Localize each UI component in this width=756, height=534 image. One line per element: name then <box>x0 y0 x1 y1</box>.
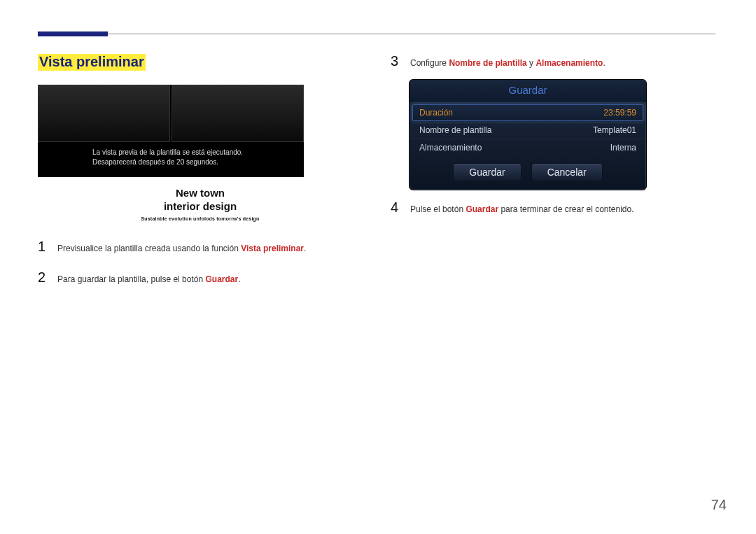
save-dialog: Guardar Duración 23:59:59 Nombre de plan… <box>409 79 647 190</box>
text-fragment: para terminar de crear el contenido. <box>498 204 634 214</box>
step-number: 4 <box>391 200 400 214</box>
dialog-title: Guardar <box>410 80 646 102</box>
preview-thumbnails <box>38 85 304 142</box>
page-number: 74 <box>711 497 727 513</box>
row-value: Template01 <box>593 125 636 135</box>
header-rule <box>38 34 715 34</box>
preview-panel: La vista previa de la plantilla se está … <box>38 85 304 177</box>
step-text: Para guardar la plantilla, pulse el botó… <box>57 273 241 286</box>
step-text: Configure Nombre de plantilla y Almacena… <box>410 57 606 69</box>
dialog-button-row: Guardar Cancelar <box>410 156 646 190</box>
preview-caption: New town interior design Sustainble evol… <box>38 187 363 221</box>
dialog-row-duracion[interactable]: Duración 23:59:59 <box>412 104 643 121</box>
cancel-button[interactable]: Cancelar <box>531 163 603 181</box>
left-column: Vista preliminar La vista previa de la p… <box>38 54 363 301</box>
caption-line: interior design <box>38 200 363 212</box>
dialog-row-almacenamiento[interactable]: Almacenamiento Interna <box>410 139 646 156</box>
text-fragment: Configure <box>410 58 449 68</box>
page: Vista preliminar La vista previa de la p… <box>0 0 756 301</box>
section-heading-vista-preliminar: Vista preliminar <box>38 54 146 71</box>
step-3: 3 Configure Nombre de plantilla y Almace… <box>391 54 715 69</box>
step-1: 1 Previsualice la plantilla creada usand… <box>38 239 363 255</box>
step-text: Pulse el botón Guardar para terminar de … <box>410 203 634 216</box>
text-fragment: . <box>603 58 605 68</box>
text-fragment: y <box>527 58 536 68</box>
preview-thumbnail <box>38 85 170 142</box>
keyword-guardar: Guardar <box>465 204 498 214</box>
keyword-vista-preliminar: Vista preliminar <box>241 244 304 253</box>
keyword-almacenamiento: Almacenamiento <box>536 58 603 68</box>
caption-line: New town <box>38 187 363 199</box>
text-fragment: Pulse el botón <box>410 204 465 214</box>
preview-status-line: Desaparecerá después de 20 segundos. <box>92 157 295 167</box>
text-fragment: Para guardar la plantilla, pulse el botó… <box>57 274 205 284</box>
row-value: 23:59:59 <box>603 108 636 118</box>
row-label: Almacenamiento <box>419 143 482 153</box>
row-label: Nombre de plantilla <box>419 125 491 135</box>
text-fragment: . <box>238 274 240 284</box>
preview-thumbnail <box>172 85 304 142</box>
row-value: Interna <box>610 143 636 153</box>
steps-left: 1 Previsualice la plantilla creada usand… <box>38 239 363 286</box>
step-number: 2 <box>38 270 48 284</box>
row-label: Duración <box>419 108 453 118</box>
step-4: 4 Pulse el botón Guardar para terminar d… <box>391 200 715 216</box>
two-column-layout: Vista preliminar La vista previa de la p… <box>38 54 715 301</box>
dialog-row-nombre-plantilla[interactable]: Nombre de plantilla Template01 <box>410 121 646 139</box>
preview-status-line: La vista previa de la plantilla se está … <box>92 148 295 157</box>
keyword-nombre-de-plantilla: Nombre de plantilla <box>449 58 526 68</box>
preview-status-message: La vista previa de la plantilla se está … <box>38 142 304 177</box>
step-text: Previsualice la plantilla creada usando … <box>57 242 306 255</box>
step-number: 1 <box>38 239 48 253</box>
step-2: 2 Para guardar la plantilla, pulse el bo… <box>38 270 363 286</box>
text-fragment: Previsualice la plantilla creada usando … <box>57 244 241 253</box>
right-column: 3 Configure Nombre de plantilla y Almace… <box>391 54 715 301</box>
keyword-guardar: Guardar <box>205 274 238 284</box>
save-button[interactable]: Guardar <box>453 163 521 181</box>
caption-tagline: Sustainble evolution unfolods tomorrw's … <box>38 216 363 221</box>
text-fragment: . <box>304 244 306 253</box>
step-number: 3 <box>391 54 400 68</box>
